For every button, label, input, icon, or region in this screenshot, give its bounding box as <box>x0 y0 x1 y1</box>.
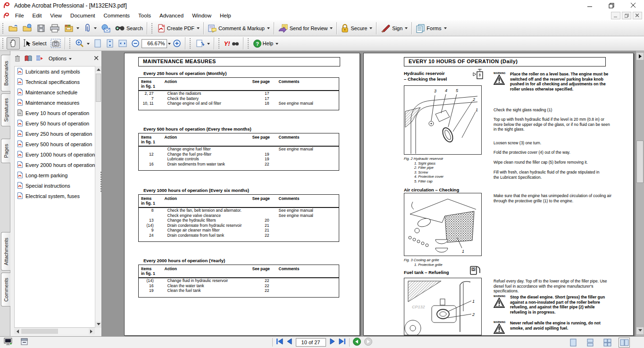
doc-restore-button[interactable] <box>622 12 631 19</box>
zoom-level-dropdown-arrow[interactable] <box>168 43 171 46</box>
delete-bookmark-button[interactable] <box>14 55 21 63</box>
previous-page-button[interactable] <box>287 338 293 347</box>
last-page-button[interactable] <box>338 338 346 347</box>
organizer-dropdown-arrow[interactable] <box>76 27 79 31</box>
bookmark-item[interactable]: Every 50 hours of operation <box>15 118 95 129</box>
scroll-down-arrow[interactable] <box>95 322 101 328</box>
send-for-review-button[interactable]: Send for Review <box>276 23 335 34</box>
toolbar-grip[interactable] <box>2 38 4 49</box>
attach-button[interactable] <box>82 23 98 34</box>
select-tool-button[interactable]: Select <box>21 38 48 49</box>
organizer-button[interactable] <box>62 23 81 34</box>
email-button[interactable] <box>99 23 112 34</box>
tab-pages[interactable]: Pages <box>1 139 10 163</box>
facing-view-button[interactable] <box>602 338 613 348</box>
tab-bookmarks[interactable]: Bookmarks <box>1 55 10 91</box>
menu-item[interactable]: Comments <box>100 11 134 20</box>
next-page-button[interactable] <box>329 338 335 347</box>
next-view-button[interactable] <box>364 338 372 348</box>
scrollbar-thumb[interactable] <box>96 74 101 102</box>
comment-markup-button[interactable]: Comment & Markup <box>206 23 271 34</box>
yahoo-search-button[interactable]: Y! <box>223 39 241 48</box>
tab-attachments[interactable]: Attachments <box>1 232 10 271</box>
open-button[interactable] <box>7 23 20 34</box>
doc-minimize-button[interactable] <box>611 12 620 19</box>
first-page-button[interactable] <box>276 338 284 347</box>
options-button[interactable]: Options <box>48 55 73 62</box>
zoom-in-button[interactable] <box>171 38 183 49</box>
page-display-button[interactable] <box>194 38 211 49</box>
bookmark-item[interactable]: Every 1000 hours of operation <box>15 149 95 160</box>
forms-dropdown-arrow[interactable] <box>444 27 447 31</box>
bookmark-item[interactable]: Special instructions <box>15 181 95 191</box>
page-number-input[interactable] <box>296 338 326 347</box>
bookmarks-vertical-scrollbar[interactable] <box>95 66 101 328</box>
tab-comments[interactable]: Comments <box>1 273 10 307</box>
send-for-review-dropdown-arrow[interactable] <box>330 27 333 31</box>
menu-item[interactable]: Advanced <box>155 11 188 20</box>
scroll-up-arrow[interactable] <box>95 66 101 72</box>
create-pdf-dropdown-arrow[interactable] <box>197 27 200 31</box>
document-vertical-scrollbar[interactable] <box>636 51 644 336</box>
toolbar-grip[interactable] <box>69 38 71 49</box>
options-dropdown-arrow[interactable] <box>69 58 72 61</box>
bookmark-item[interactable]: Every 250 hours of operation <box>15 129 95 139</box>
bookmark-item[interactable]: Technical specifications <box>15 77 95 87</box>
sign-dropdown-arrow[interactable] <box>405 27 408 31</box>
scroll-right-arrow[interactable] <box>89 328 95 334</box>
toolbar-grip[interactable] <box>189 38 192 49</box>
doc-close-button[interactable] <box>633 12 642 19</box>
new-bookmark-button[interactable] <box>36 55 43 63</box>
scroll-down-arrow[interactable] <box>636 327 644 334</box>
bookmark-item[interactable]: Electrical system, fuses <box>15 191 95 201</box>
previous-view-button[interactable] <box>353 338 361 348</box>
bookmark-item[interactable]: Long-term parking <box>15 170 95 181</box>
actual-size-button[interactable] <box>92 38 103 49</box>
toolbar-grip[interactable] <box>218 38 220 49</box>
close-panel-button[interactable] <box>94 56 99 61</box>
toolbar-grip[interactable] <box>247 38 250 49</box>
print-button[interactable] <box>48 23 61 34</box>
bookmark-item[interactable]: Every 2000 hours of operation <box>15 160 95 170</box>
open-web-page-button[interactable] <box>21 23 34 34</box>
menu-item[interactable]: Help <box>216 11 235 20</box>
search-button[interactable]: Search <box>113 23 144 33</box>
comment-markup-dropdown-arrow[interactable] <box>267 27 270 31</box>
screen-mode-icon[interactable] <box>4 338 13 348</box>
bookmark-item[interactable]: Lubricants and symbols <box>15 66 95 77</box>
zoom-out-button[interactable] <box>130 38 141 49</box>
zoom-tool-dropdown-arrow[interactable] <box>87 43 90 46</box>
toolbar-grip[interactable] <box>151 23 153 34</box>
page-display-dropdown-arrow[interactable] <box>207 43 210 46</box>
scrollbar-thumb[interactable] <box>636 141 644 183</box>
forms-button[interactable]: Forms <box>414 23 448 34</box>
secure-button[interactable]: Secure <box>339 23 374 34</box>
show-pane-arrow[interactable] <box>636 53 644 60</box>
bookmark-item[interactable]: Every 10 hours of operation <box>15 108 95 118</box>
bookmarks-horizontal-scrollbar[interactable] <box>14 328 95 334</box>
restore-button[interactable] <box>601 0 622 11</box>
snapshot-button[interactable] <box>49 38 62 49</box>
continuous-view-button[interactable] <box>585 338 596 348</box>
menu-item[interactable]: Document <box>66 11 99 20</box>
single-page-view-button[interactable] <box>568 338 579 348</box>
bookmark-item[interactable]: Maintenance schedule <box>15 87 95 98</box>
menu-item[interactable]: Tools <box>134 11 155 20</box>
scrollbar-thumb[interactable] <box>21 329 58 334</box>
toolbar-grip[interactable] <box>2 23 4 34</box>
help-button[interactable]: ?Help <box>252 39 280 49</box>
fit-page-button[interactable] <box>104 38 116 49</box>
document-status-icon[interactable] <box>20 338 28 348</box>
minimize-button[interactable] <box>579 0 601 11</box>
expand-bookmark-button[interactable] <box>25 55 32 63</box>
menu-item[interactable]: File <box>11 11 28 20</box>
secure-dropdown-arrow[interactable] <box>369 27 372 31</box>
bookmark-item[interactable]: Every 500 hours of operation <box>15 139 95 149</box>
two-up-view-button[interactable] <box>619 338 630 348</box>
attach-dropdown-arrow[interactable] <box>94 27 97 31</box>
help-dropdown-arrow[interactable] <box>276 43 278 46</box>
zoom-level-input[interactable] <box>142 39 167 48</box>
menu-item[interactable]: View <box>46 11 66 20</box>
menu-item[interactable]: Window <box>188 11 216 20</box>
zoom-in-tool-button[interactable] <box>74 38 91 49</box>
